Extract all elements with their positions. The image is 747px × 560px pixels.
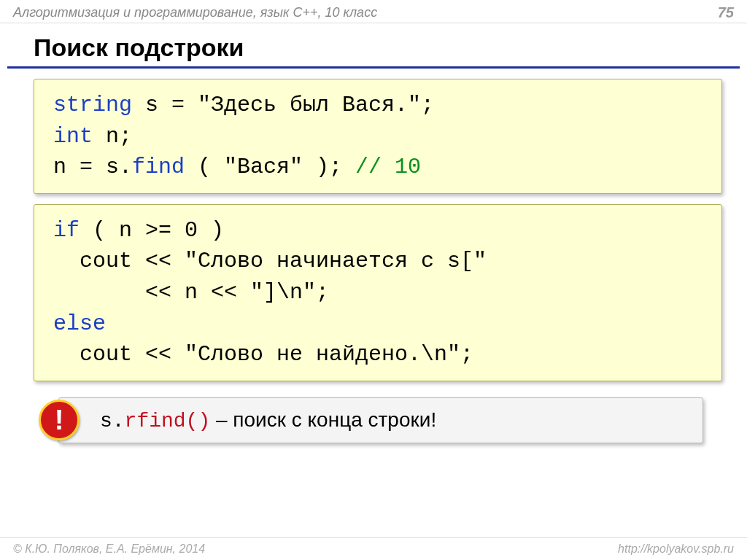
code-text: s = "Здесь был Вася."; — [132, 93, 434, 117]
copyright: © К.Ю. Поляков, Е.А. Ерёмин, 2014 — [13, 542, 205, 556]
code-line: cout << "Слово начинается с s[" — [53, 246, 707, 277]
note-text: – поиск с конца строки! — [210, 408, 436, 431]
topbar: Алгоритмизация и программирование, язык … — [0, 0, 747, 23]
code-line: int n; — [53, 121, 707, 152]
code-line: if ( n >= 0 ) — [53, 215, 707, 246]
code-line: string s = "Здесь был Вася."; — [53, 90, 707, 121]
code-block-2: if ( n >= 0 ) cout << "Слово начинается … — [34, 204, 722, 381]
exclamation-badge: ! — [39, 400, 80, 440]
page-number: 75 — [718, 4, 734, 21]
code-text: n = s. — [53, 155, 132, 179]
code-text: ( "Вася" ); — [185, 155, 355, 179]
note-prefix: s. — [100, 410, 125, 432]
code-block-1: string s = "Здесь был Вася."; int n; n =… — [34, 79, 722, 194]
code-line: cout << "Слово не найдено.\n"; — [53, 339, 707, 370]
code-text: ( n >= 0 ) — [80, 218, 224, 243]
code-line: n = s.find ( "Вася" ); // 10 — [53, 152, 707, 183]
code-comment: // 10 — [355, 155, 421, 179]
code-text: n; — [93, 124, 132, 149]
keyword: if — [53, 218, 80, 243]
keyword: int — [53, 124, 93, 149]
note-callout: ! s.rfind() – поиск с конца строки! — [58, 397, 703, 443]
page-title: Поиск подстроки — [7, 23, 740, 69]
function-name: rfind() — [125, 410, 211, 432]
function-name: find — [132, 155, 185, 179]
code-line: << n << "]\n"; — [53, 277, 707, 308]
keyword: string — [53, 93, 132, 117]
footer: © К.Ю. Поляков, Е.А. Ерёмин, 2014 http:/… — [0, 537, 747, 560]
keyword: else — [53, 311, 106, 336]
code-line: else — [53, 308, 707, 340]
footer-url: http://kpolyakov.spb.ru — [618, 542, 734, 556]
course-label: Алгоритмизация и программирование, язык … — [13, 5, 377, 20]
